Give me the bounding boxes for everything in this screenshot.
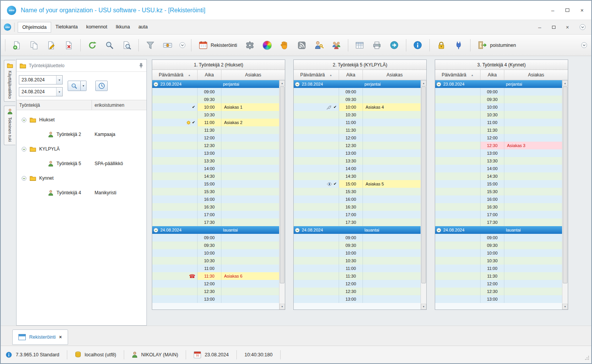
menu-overflow-button[interactable] [578, 20, 587, 35]
scroll-up-icon[interactable]: ▲ [421, 80, 426, 86]
tree-group-row[interactable]: KYLPYLÄ [17, 142, 146, 156]
column-header-time[interactable]: Aika [198, 70, 221, 80]
toolbar-overflow-button-right[interactable] [580, 38, 588, 53]
time-slot-row[interactable]: 09:30 [294, 96, 421, 103]
scrollbar-track[interactable] [562, 284, 568, 304]
time-slot-row[interactable]: 12:00 [152, 280, 279, 288]
date-group-row[interactable]: 23.08.2024perjantai [435, 80, 562, 88]
time-slot-row[interactable]: 17:00 [294, 211, 421, 218]
date-group-row[interactable]: 24.08.2024lauantai [152, 226, 279, 234]
edit-record-button[interactable] [45, 38, 58, 53]
toolbar-overflow-button[interactable] [178, 38, 186, 53]
time-slot-row[interactable]: 10:00 [294, 249, 421, 257]
exit-button[interactable]: poistuminen [475, 38, 518, 53]
expand-icon[interactable] [22, 147, 27, 152]
date-group-row[interactable]: 24.08.2024lauantai [435, 226, 562, 234]
expand-icon[interactable] [436, 228, 441, 233]
column-header-client[interactable]: Asiakas [363, 70, 426, 80]
time-slot-row[interactable]: 13:00 [435, 295, 562, 303]
time-slot-row[interactable]: 15:00 [152, 180, 279, 188]
time-slot-row[interactable]: 14:30 [152, 172, 279, 180]
date-group-row[interactable]: 23.08.2024perjantai [294, 80, 421, 88]
time-slot-row[interactable]: 12:00 [294, 134, 421, 142]
time-slot-row[interactable]: 13:00 [152, 295, 279, 303]
time-slot-row[interactable]: 14:30 [294, 172, 421, 180]
time-slot-row[interactable]: 12:30 [294, 142, 421, 149]
time-slot-row[interactable]: 10:30 [152, 257, 279, 265]
expand-icon[interactable] [22, 117, 27, 122]
time-slot-row[interactable]: 11:00 [152, 265, 279, 272]
chevron-down-icon[interactable]: ▼ [56, 88, 62, 96]
time-slot-row[interactable]: 09:30 [435, 96, 562, 103]
time-slot-row[interactable]: 13:00 [152, 149, 279, 157]
time-slot-row[interactable]: 12:30 [294, 288, 421, 295]
copy-record-button[interactable] [27, 38, 41, 53]
scroll-down-icon[interactable]: ▼ [562, 304, 568, 309]
filter-settings-button[interactable] [161, 38, 175, 53]
time-slot-row[interactable]: ✔10:00Asiakas 4 [294, 103, 421, 111]
time-slot-row[interactable]: 17:00 [152, 211, 279, 218]
tree-group-row[interactable]: Kynnet [17, 171, 146, 185]
time-slot-row[interactable]: 16:00 [435, 195, 562, 203]
expand-icon[interactable] [295, 82, 300, 87]
new-record-button[interactable] [10, 38, 24, 53]
time-slot-row[interactable]: 09:00 [435, 234, 562, 242]
time-slot-row[interactable]: 12:30Asiakas 3 [435, 142, 562, 149]
expand-icon[interactable] [22, 176, 27, 181]
time-slot-row[interactable]: 12:00 [435, 134, 562, 142]
scrollbar-track[interactable] [421, 284, 426, 304]
time-slot-row[interactable]: 17:30 [435, 218, 562, 226]
menu-item-komennot[interactable]: komennot [82, 22, 111, 33]
time-slot-row[interactable]: 14:00 [435, 165, 562, 172]
time-slot-row[interactable]: 10:00 [435, 249, 562, 257]
expand-icon[interactable] [436, 82, 441, 87]
scroll-down-icon[interactable]: ▼ [279, 304, 285, 309]
time-slot-row[interactable]: 17:30 [152, 218, 279, 226]
time-slot-row[interactable]: 14:00 [294, 165, 421, 172]
tree-employee-row[interactable]: Työntekijä 2Kampaaja [17, 127, 146, 142]
time-slot-row[interactable]: 10:00 [435, 103, 562, 111]
expand-icon[interactable] [295, 228, 300, 233]
rss-button[interactable] [295, 38, 309, 53]
time-slot-row[interactable]: 13:00 [435, 149, 562, 157]
time-slot-row[interactable]: ✔11:00Asiakas 2 [152, 119, 279, 126]
tree-group-row[interactable]: Hiukset [17, 113, 146, 127]
column-header-client[interactable]: Asiakas [504, 70, 568, 80]
sidebar-tab-tekninen-tuki[interactable]: Tekninen tuki [4, 106, 15, 145]
chevron-down-icon[interactable]: ▼ [56, 76, 62, 84]
time-slot-row[interactable]: 10:30 [435, 257, 562, 265]
time-slot-row[interactable]: 17:30 [294, 218, 421, 226]
time-slot-row[interactable]: 15:30 [152, 188, 279, 195]
plug-button[interactable] [452, 38, 466, 53]
time-slot-row[interactable]: 11:30 [435, 126, 562, 134]
time-slot-row[interactable]: 09:00 [294, 234, 421, 242]
time-slot-row[interactable]: 09:30 [152, 242, 279, 249]
search-button[interactable] [103, 38, 116, 53]
time-slot-row[interactable]: 16:30 [294, 203, 421, 211]
tab-rekisterointi[interactable]: Rekisteröinti × [12, 329, 68, 345]
time-slot-row[interactable]: 12:30 [435, 288, 562, 295]
time-slot-row[interactable]: 09:30 [294, 242, 421, 249]
users-group-button[interactable] [329, 38, 343, 53]
search-document-button[interactable] [120, 38, 134, 53]
time-filter-button[interactable] [95, 81, 108, 91]
mdi-minimize-button[interactable]: – [537, 24, 543, 30]
time-slot-row[interactable]: 10:30 [294, 257, 421, 265]
expand-icon[interactable] [153, 228, 158, 233]
time-slot-row[interactable]: 12:30 [152, 288, 279, 295]
lock-button[interactable] [434, 38, 448, 53]
time-slot-row[interactable]: 13:30 [435, 157, 562, 165]
time-slot-row[interactable]: 11:30 [294, 272, 421, 280]
scrollbar-track[interactable] [279, 284, 285, 304]
time-slot-row[interactable]: 13:30 [294, 157, 421, 165]
table-grid-button[interactable] [353, 38, 367, 53]
time-slot-row[interactable]: 11:30 [152, 126, 279, 134]
time-slot-row[interactable]: 09:00 [152, 234, 279, 242]
time-slot-row[interactable]: 09:30 [435, 242, 562, 249]
time-slot-row[interactable]: 12:30 [152, 142, 279, 149]
time-slot-row[interactable]: 10:30 [294, 111, 421, 119]
menu-item-ohjelmoida[interactable]: Ohjelmoida [18, 22, 51, 33]
pin-icon[interactable] [139, 63, 143, 68]
close-tab-icon[interactable]: × [59, 334, 62, 340]
time-slot-row[interactable]: 16:30 [152, 203, 279, 211]
